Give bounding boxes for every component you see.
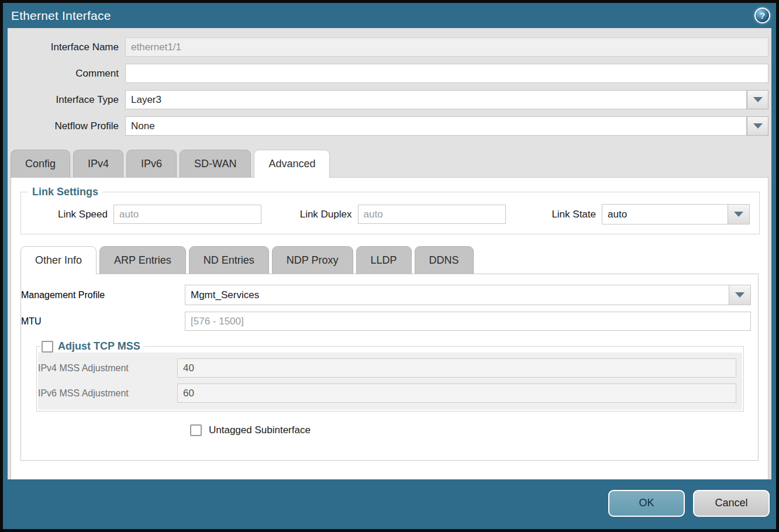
tab-advanced[interactable]: Advanced xyxy=(254,150,330,178)
link-settings-fieldset: Link Settings Link Speed Link Duplex Lin… xyxy=(20,186,760,234)
management-profile-value: Mgmt_Services xyxy=(185,285,729,305)
tab-ipv4[interactable]: IPv4 xyxy=(73,150,123,178)
ethernet-interface-dialog: Ethernet Interface ? Interface Name Comm… xyxy=(0,0,779,532)
interface-name-label: Interface Name xyxy=(11,42,125,53)
ipv4-mss-row: IPv4 MSS Adjustment xyxy=(38,358,736,378)
dialog-title: Ethernet Interface xyxy=(11,9,111,23)
other-info-panel: Management Profile Mgmt_Services MTU xyxy=(20,274,759,461)
adjust-tcp-mss-legend: Adjust TCP MSS xyxy=(40,340,144,353)
link-state-label: Link State xyxy=(514,209,602,220)
netflow-profile-dropdown-button[interactable] xyxy=(747,116,768,136)
adjust-tcp-mss-checkbox[interactable] xyxy=(42,341,53,353)
ok-button[interactable]: OK xyxy=(608,490,685,517)
interface-type-label: Interface Type xyxy=(11,94,125,106)
link-speed-label: Link Speed xyxy=(21,209,113,220)
tab-ddns[interactable]: DDNS xyxy=(415,246,474,274)
link-duplex-field[interactable] xyxy=(358,205,506,224)
comment-field[interactable] xyxy=(125,64,768,83)
chevron-down-icon xyxy=(753,123,763,129)
untagged-subinterface-checkbox[interactable] xyxy=(190,424,202,436)
sub-tabstrip: Other Info ARP Entries ND Entries NDP Pr… xyxy=(11,234,768,274)
advanced-tab-panel: Link Settings Link Speed Link Duplex Lin… xyxy=(11,177,768,479)
management-profile-label: Management Profile xyxy=(21,290,185,300)
chevron-down-icon xyxy=(753,97,763,102)
interface-name-field xyxy=(125,37,768,57)
help-icon[interactable]: ? xyxy=(754,8,770,23)
interface-type-dropdown-button[interactable] xyxy=(747,90,768,109)
interface-type-combo xyxy=(125,90,768,109)
link-settings-row: Link Speed Link Duplex Link State auto xyxy=(21,204,759,224)
cancel-button[interactable]: Cancel xyxy=(693,490,770,517)
netflow-profile-field[interactable] xyxy=(125,116,747,136)
main-tabstrip: Config IPv4 IPv6 SD-WAN Advanced xyxy=(8,143,771,178)
untagged-subinterface-label: Untagged Subinterface xyxy=(209,424,311,436)
adjust-tcp-mss-fieldset: Adjust TCP MSS IPv4 MSS Adjustment IPv6 … xyxy=(36,340,744,412)
mtu-row: MTU xyxy=(21,312,751,331)
link-speed-field[interactable] xyxy=(113,205,261,224)
mss-disabled-area: IPv4 MSS Adjustment IPv6 MSS Adjustment xyxy=(38,353,742,410)
ipv6-mss-row: IPv6 MSS Adjustment xyxy=(38,384,736,403)
management-profile-row: Management Profile Mgmt_Services xyxy=(21,285,751,305)
adjust-tcp-mss-label: Adjust TCP MSS xyxy=(58,340,140,353)
management-profile-select[interactable]: Mgmt_Services xyxy=(185,285,751,305)
dialog-titlebar: Ethernet Interface ? xyxy=(3,3,776,28)
tab-sd-wan[interactable]: SD-WAN xyxy=(180,150,251,178)
tab-ndp-proxy[interactable]: NDP Proxy xyxy=(272,246,353,274)
chevron-down-icon xyxy=(734,212,743,217)
ipv6-mss-label: IPv6 MSS Adjustment xyxy=(38,388,177,399)
netflow-profile-label: Netflow Profile xyxy=(11,120,125,132)
dialog-footer: OK Cancel xyxy=(0,479,779,529)
tab-config[interactable]: Config xyxy=(11,150,70,178)
comment-row: Comment xyxy=(11,64,768,83)
management-profile-dropdown-button[interactable] xyxy=(729,285,750,305)
link-duplex-label: Link Duplex xyxy=(270,209,358,220)
netflow-profile-row: Netflow Profile xyxy=(11,116,768,136)
interface-name-row: Interface Name xyxy=(11,37,768,57)
ipv4-mss-label: IPv4 MSS Adjustment xyxy=(38,363,177,374)
tab-arp-entries[interactable]: ARP Entries xyxy=(99,246,186,274)
top-form: Interface Name Comment Interface Type Ne… xyxy=(8,28,771,143)
tab-nd-entries[interactable]: ND Entries xyxy=(189,246,269,274)
link-settings-legend: Link Settings xyxy=(28,186,102,198)
link-state-select[interactable]: auto xyxy=(602,204,750,224)
netflow-profile-combo xyxy=(125,116,768,136)
untagged-subinterface-row: Untagged Subinterface xyxy=(190,424,751,436)
tab-lldp[interactable]: LLDP xyxy=(356,246,412,274)
mtu-label: MTU xyxy=(21,316,185,327)
dialog-body: Interface Name Comment Interface Type Ne… xyxy=(8,28,771,479)
interface-type-row: Interface Type xyxy=(11,90,768,109)
tab-ipv6[interactable]: IPv6 xyxy=(126,150,177,178)
ipv6-mss-field xyxy=(177,384,736,403)
mtu-field[interactable] xyxy=(185,312,751,331)
link-state-dropdown-button[interactable] xyxy=(728,205,749,224)
link-state-value: auto xyxy=(602,205,728,224)
ipv4-mss-field xyxy=(177,358,736,378)
comment-label: Comment xyxy=(11,68,125,80)
tab-other-info[interactable]: Other Info xyxy=(20,246,96,274)
chevron-down-icon xyxy=(735,292,744,298)
interface-type-field[interactable] xyxy=(125,90,747,109)
